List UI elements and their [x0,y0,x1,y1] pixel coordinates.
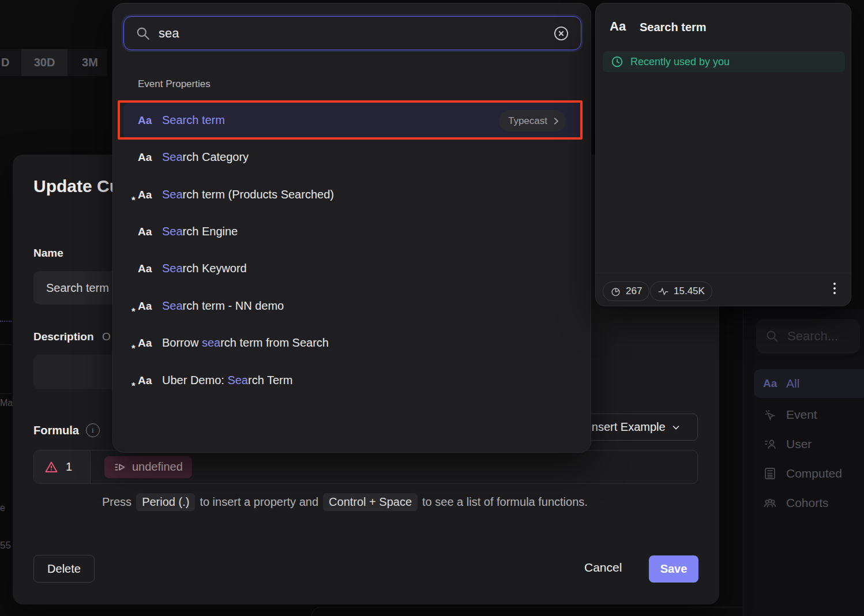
recently-used-badge: Recently used by you [603,51,845,72]
property-item-search-term-nn-demo[interactable]: Aa* Search term - NN demo [123,288,581,325]
name-value: Search term [46,281,109,295]
search-query: sea [159,26,179,41]
save-button[interactable]: Save [649,555,698,583]
sidebar-item-cohorts[interactable]: Cohorts [754,489,864,517]
property-item-search-term-products[interactable]: Aa* Search term (Products Searched) [123,177,581,214]
aa-icon: Aa [138,262,157,275]
formula-editor[interactable]: 1 undefined [33,450,698,484]
chart-tick-label: 55 [0,540,11,551]
modal-title: Update Cu [33,176,120,196]
property-item-borrow-search-term[interactable]: Aa* Borrow search term from Search [123,325,581,362]
sidebar-item-computed[interactable]: Computed [754,459,864,488]
formula-label: Formula [33,424,79,437]
property-item-uber-demo-search-term[interactable]: Aa* Uber Demo: Search Term [123,363,581,400]
clear-search-icon[interactable] [553,25,569,42]
sidebar-item-label: Cohorts [786,496,829,510]
custom-asterisk: * [132,195,136,206]
sidebar-item-user[interactable]: User [754,430,864,459]
sidebar-search-input[interactable]: Search... [756,319,860,354]
sidebar-item-all[interactable]: Aa All [754,369,864,398]
aa-icon: Aa [763,377,778,390]
warning-icon [44,460,58,474]
description-optional-fragment: O [102,330,111,343]
volume-stat[interactable]: 15.45K [650,281,712,301]
chart-gridline [0,393,12,394]
kbd-period: Period (.) [136,493,195,511]
aa-icon: Aa [610,19,626,34]
kbd-control-space: Control + Space [323,493,418,511]
hint-text: to insert a property and [200,495,318,509]
sidebar-item-event[interactable]: Event [754,400,864,429]
property-item-search-category[interactable]: Aa Search Category [123,140,581,176]
chart-gridline [0,344,12,345]
aa-icon: Aa [138,151,157,164]
property-item-search-engine[interactable]: Aa Search Engine [123,214,581,251]
time-range-tabbar: D 30D 3M [0,49,107,76]
custom-asterisk: * [132,381,136,392]
event-cursor-icon [763,408,778,422]
chart-label-fragment: e [0,503,5,513]
error-line-number: 1 [66,460,72,474]
description-label-row: Description O [33,330,111,343]
property-token-icon [114,461,126,474]
custom-asterisk: * [132,306,136,318]
aa-custom-icon: Aa* [138,300,157,313]
sidebar-item-label: User [786,437,812,451]
hint-text: Press [102,495,132,509]
aa-custom-icon: Aa* [138,374,157,387]
hint-text: to see a list of formula functions. [422,495,588,509]
aa-icon: Aa [138,226,157,238]
aa-custom-icon: Aa* [138,337,157,350]
chart-series-line-fragment [0,321,12,322]
distinct-count-value: 267 [626,286,642,297]
clock-icon [611,55,623,68]
sidebar-item-label: Event [786,408,817,422]
property-detail-title: Search term [640,21,707,34]
property-search-input[interactable]: sea [123,16,581,50]
aa-custom-icon: Aa* [138,189,157,201]
formula-error-gutter: 1 [34,450,91,483]
description-label: Description [33,330,94,343]
property-item-search-keyword[interactable]: Aa Search Keyword [123,251,581,288]
user-icon [763,437,778,451]
divider [596,273,851,273]
formula-label-row: Formula i [33,423,100,437]
annotation-highlight-box [118,100,583,140]
sidebar-search-placeholder: Search... [787,329,838,344]
sidebar-item-label: Computed [786,467,842,480]
section-header: Event Properties [138,78,211,90]
cancel-button[interactable]: Cancel [581,560,625,575]
name-label: Name [33,247,63,260]
search-icon [765,329,779,343]
pie-chart-icon [610,286,621,297]
tab-3m[interactable]: 3M [73,49,107,76]
distinct-count-stat[interactable]: 267 [603,281,649,301]
chevron-down-icon [671,423,681,432]
property-search-dropdown: sea Event Properties Aa Search term Type… [112,3,591,453]
undefined-token-chip[interactable]: undefined [104,456,192,478]
sidebar-item-label: All [786,377,799,390]
delete-button[interactable]: Delete [33,555,95,583]
custom-asterisk: * [132,343,136,355]
kebab-menu-icon[interactable] [833,283,836,294]
pulse-icon [658,286,669,297]
insert-example-label: Insert Example [588,420,665,434]
tab-30d[interactable]: 30D [21,49,67,76]
cohorts-icon [763,496,778,510]
undefined-token-label: undefined [132,460,183,474]
tab-7d-fragment[interactable]: D [1,49,10,76]
formula-hint: Press Period (.) to insert a property an… [102,492,588,512]
property-type-sidebar: Search... Aa All Event User Computed [743,309,864,616]
recently-used-label: Recently used by you [630,56,730,68]
info-icon[interactable]: i [86,423,100,437]
volume-value: 15.45K [674,286,705,297]
calculator-icon [763,467,778,480]
property-detail-panel: Aa Search term Recently used by you 267 … [595,3,851,306]
search-icon [136,26,151,41]
